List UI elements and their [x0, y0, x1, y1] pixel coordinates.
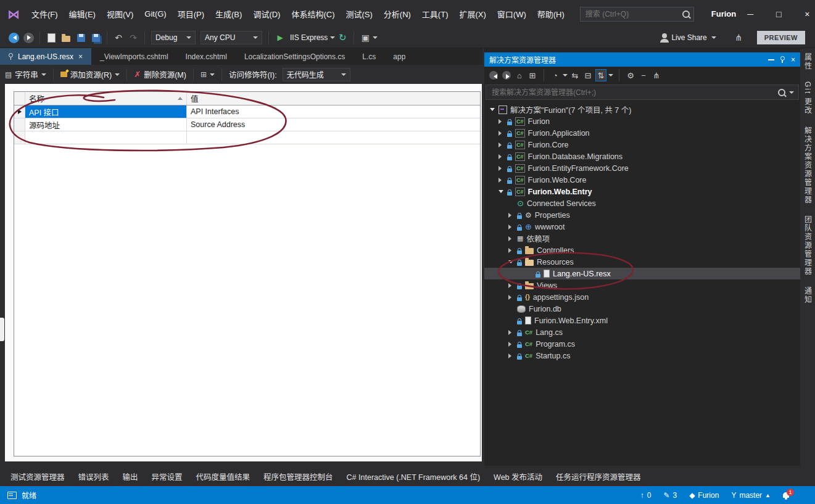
chevron-collapsed-icon[interactable]	[508, 342, 514, 347]
redo-button[interactable]: ↷	[127, 31, 139, 44]
grid-cell-value-0[interactable]: API Interfaces	[187, 105, 480, 118]
undo-button[interactable]: ↶	[112, 31, 125, 44]
git-outgoing-commits[interactable]: ↑ 0	[640, 491, 652, 500]
maximize-button[interactable]: □	[764, 5, 793, 23]
tree-item-dependencies[interactable]: ▦ 依赖项	[484, 233, 800, 244]
tree-item-wwwroot[interactable]: ⊕ wwwroot	[484, 221, 800, 233]
tab-localizationsettingsoptions-cs[interactable]: LocalizationSettingsOptions.cs	[236, 48, 354, 65]
menu-extensions[interactable]: 扩展(X)	[453, 5, 491, 23]
bottom-tab-task-runner-explorer[interactable]: 任务运行程序资源管理器	[550, 470, 647, 488]
access-modifier-dropdown[interactable]: 无代码生成	[283, 68, 350, 81]
minimize-button[interactable]: ─	[736, 5, 764, 23]
grid-cell-name-0[interactable]: API 接口	[25, 105, 187, 118]
se-show-all-files-button[interactable]: ⋔	[651, 69, 662, 81]
tab-lang-en-us-resx[interactable]: Lang.en-US.resx ×	[0, 48, 91, 65]
menu-help[interactable]: 帮助(H)	[532, 5, 570, 23]
chevron-expanded-icon[interactable]	[498, 189, 504, 194]
tree-item-furion-entityframework-core[interactable]: C# Furion.EntityFramework.Core	[484, 162, 800, 174]
se-forward-button[interactable]	[501, 69, 512, 81]
tree-item-properties[interactable]: ⚙ Properties	[484, 209, 800, 221]
chevron-down-icon[interactable]	[330, 36, 335, 41]
quick-search-input[interactable]	[584, 9, 682, 19]
add-resource-button[interactable]: 添加资源(R)	[70, 68, 112, 80]
notifications-button[interactable]: 1	[783, 492, 789, 498]
chevron-expanded-icon[interactable]	[508, 259, 514, 265]
solution-explorer-title-bar[interactable]: 解决方案资源管理器 ×	[484, 52, 800, 67]
menu-window[interactable]: 窗口(W)	[492, 5, 532, 23]
new-file-button[interactable]	[45, 31, 57, 44]
chevron-down-icon[interactable]	[210, 73, 215, 78]
bottom-tab-output[interactable]: 输出	[117, 470, 144, 488]
chevron-collapsed-icon[interactable]	[498, 166, 504, 171]
chevron-down-icon[interactable]	[41, 73, 46, 78]
share-icon[interactable]: ⋔	[732, 31, 745, 44]
close-button[interactable]: ×	[793, 5, 815, 23]
se-back-button[interactable]	[488, 69, 499, 81]
chevron-down-icon[interactable]	[373, 36, 378, 41]
tree-item-lang-cs[interactable]: C# Lang.cs	[484, 326, 800, 338]
tree-item-furion[interactable]: C# Furion	[484, 115, 800, 127]
menu-project[interactable]: 项目(P)	[172, 5, 210, 23]
grid-row-selector[interactable]	[14, 105, 25, 118]
se-home-button[interactable]: ⌂	[514, 69, 525, 81]
chevron-collapsed-icon[interactable]	[508, 236, 514, 241]
save-button[interactable]	[75, 31, 87, 44]
grid-cell-name-1[interactable]: 源码地址	[25, 118, 187, 131]
grid-row-selector-new[interactable]	[14, 131, 25, 144]
git-pending-edits[interactable]: ✎ 3	[663, 491, 677, 500]
git-repository[interactable]: ◆ Furion	[689, 491, 719, 500]
menu-edit[interactable]: 编辑(E)	[64, 5, 101, 23]
chevron-collapsed-icon[interactable]	[498, 119, 504, 124]
remove-resource-button[interactable]: 删除资源(M)	[144, 68, 186, 80]
refresh-button[interactable]: ↻	[336, 31, 349, 44]
open-file-button[interactable]	[60, 31, 72, 44]
bottom-tab-web-publish-activity[interactable]: Web 发布活动	[488, 470, 548, 488]
tree-item-connected-services[interactable]: ⊙ Connected Services	[484, 197, 800, 209]
auto-hide-icon[interactable]	[768, 59, 774, 60]
tree-item-furion-database-migrations[interactable]: C# Furion.Database.Migrations	[484, 151, 800, 162]
save-all-button[interactable]	[89, 31, 102, 44]
se-preview-selected-button[interactable]: −	[638, 69, 649, 81]
chevron-down-icon[interactable]	[563, 74, 568, 79]
edge-tab-team-explorer[interactable]: 团队资源管理器	[803, 215, 813, 276]
chevron-collapsed-icon[interactable]	[508, 283, 514, 288]
grid-cell-name-new[interactable]	[25, 131, 187, 144]
edge-tab-git-changes[interactable]: Git 更改	[803, 81, 813, 115]
se-sync-with-active-document-button[interactable]: ⇅	[595, 69, 606, 81]
grid-cell-value-new[interactable]	[187, 131, 480, 144]
tab-viewimports-cshtml[interactable]: _ViewImports.cshtml	[91, 48, 176, 65]
tab-l-cs[interactable]: L.cs	[354, 48, 384, 65]
tree-item-furion-core[interactable]: C# Furion.Core	[484, 139, 800, 151]
close-tab-icon[interactable]: ×	[78, 52, 83, 61]
se-sync-namespaces-button[interactable]: ⇆	[569, 69, 581, 81]
tree-item-lang-en-us-resx[interactable]: Lang.en-US.resx	[484, 268, 800, 279]
chevron-collapsed-icon[interactable]	[498, 143, 504, 147]
menu-architecture[interactable]: 体系结构(C)	[286, 5, 340, 23]
tree-item-resources[interactable]: Resources	[484, 256, 800, 268]
start-debugging-button[interactable]: ▶	[274, 31, 286, 44]
preview-features-button[interactable]: PREVIEW	[757, 31, 805, 44]
menu-build[interactable]: 生成(B)	[210, 5, 247, 23]
tree-item-views[interactable]: Views	[484, 279, 800, 291]
menu-analyze[interactable]: 分析(N)	[378, 5, 416, 23]
navigate-forward-button[interactable]	[22, 31, 35, 44]
solution-explorer-search-box[interactable]	[486, 85, 799, 100]
solution-configuration-dropdown[interactable]: Debug	[151, 31, 196, 44]
tree-item-furion-web-core[interactable]: C# Furion.Web.Core	[484, 174, 800, 186]
se-collapse-all-button[interactable]: ⊟	[582, 69, 594, 81]
menu-git[interactable]: Git(G)	[139, 6, 172, 22]
menu-file[interactable]: 文件(F)	[26, 5, 64, 23]
browser-link-button[interactable]: ▣	[359, 31, 371, 44]
chevron-collapsed-icon[interactable]	[508, 330, 514, 335]
tab-appsettings-truncated[interactable]: app	[384, 48, 405, 65]
tree-item-controllers[interactable]: Controllers	[484, 244, 800, 256]
collapsed-panel-handle[interactable]	[0, 318, 4, 341]
resource-type-dropdown[interactable]: 字符串	[15, 68, 38, 80]
tree-item-furion-db[interactable]: Furion.db	[484, 303, 800, 315]
run-target-label[interactable]: IIS Express	[290, 33, 328, 42]
chevron-collapsed-icon[interactable]	[508, 248, 514, 253]
bottom-tab-error-list[interactable]: 错误列表	[73, 470, 115, 488]
chevron-collapsed-icon[interactable]	[508, 295, 514, 300]
tree-item-furion-web-entry[interactable]: C# Furion.Web.Entry	[484, 186, 800, 197]
bottom-tab-code-metrics[interactable]: 代码度量值结果	[191, 470, 256, 488]
